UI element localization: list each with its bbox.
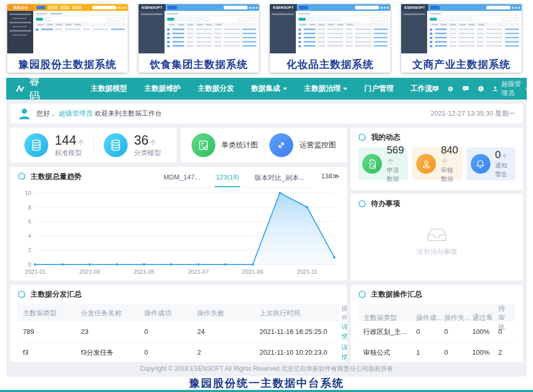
dashboard: 睿码 主数据模型 主数据维护 主数据分发 数据集成 主数据治理 门户管理 工作流 <box>6 78 527 376</box>
mini-logo: 豫园股份 <box>7 4 34 11</box>
single-stat-chart-link[interactable]: 单类统计图 <box>186 133 264 157</box>
trend-line-chart: 02468102021-012021-032021-052021-072021-… <box>18 188 339 277</box>
alert-count: 0 <box>495 149 501 160</box>
mini-logo: ESENSOFT <box>401 4 428 11</box>
gear-icon[interactable] <box>447 85 454 93</box>
nav-item-distribute[interactable]: 主数据分发 <box>198 84 234 93</box>
nav-item-maintain[interactable]: 主数据维护 <box>144 84 181 93</box>
monitor-chart-icon[interactable] <box>432 85 439 93</box>
caret-down-icon <box>283 88 287 90</box>
activity-panel-title: 我的动态 <box>371 133 400 142</box>
table-row: 审核公式1 0100% 2 <box>358 342 515 362</box>
operation-table-header: 主数据类型操作成... 操作失...通过率 待审批 <box>358 304 515 321</box>
category-model-label: 分类模型 <box>134 148 161 158</box>
table-row: f3f3分发任务 02 2021-11-10 10:20:23.0 详情 <box>18 342 339 362</box>
mini-header-icons <box>249 4 257 11</box>
nav-item-workflow[interactable]: 工作流 <box>411 84 432 93</box>
standard-model-label: 标准模型 <box>54 148 84 158</box>
mini-logo: ESENSOFT <box>270 4 297 11</box>
my-activity-panel: 我的动态 569个 申请数据 <box>351 128 523 190</box>
database-icon <box>104 133 128 157</box>
operation-summary-panel: 主数据操作汇总 主数据类型操作成... 操作失...通过率 待审批 行政区划_主… <box>351 285 523 362</box>
checklist-icon <box>192 133 215 157</box>
svg-text:2021-01: 2021-01 <box>25 269 46 275</box>
todo-empty-text: 没有待办事项 <box>417 247 457 257</box>
thumbnail-yuyuan-system: 豫园股份 豫园股份主数据系统 <box>7 4 128 73</box>
tab-123-active[interactable]: 123(19) <box>215 172 240 187</box>
apply-doc-icon <box>362 154 382 174</box>
svg-text:10: 10 <box>25 190 31 196</box>
greeting-prefix: 您好， <box>36 109 57 118</box>
tab-version-compare[interactable]: 版本对比_副本... <box>254 172 306 187</box>
thumbnail-caption: 文商产业主数据系统 <box>401 58 522 72</box>
operation-monitor-link[interactable]: 运营监控图 <box>264 133 342 157</box>
hexagon-panel-icon <box>18 290 26 299</box>
chevron-down-icon <box>525 86 527 90</box>
mini-search-box <box>224 6 248 9</box>
mini-search-box <box>92 6 116 9</box>
app-logo-text: 睿码 <box>29 78 45 103</box>
hexagon-panel-icon <box>18 172 26 181</box>
trend-panel: 主数据总量趋势 MDM_147... 123(19) 版本对比_副本... 13… <box>10 167 347 281</box>
review-count: 840 <box>441 144 458 156</box>
table-row: 行政区划_主数...0 0100% 0 <box>358 321 515 342</box>
greeting-username[interactable]: 超级管理员 <box>59 109 92 118</box>
user-menu[interactable]: 超级管理员 <box>493 79 527 98</box>
mini-header: ESENSOFT <box>401 4 522 11</box>
message-icon[interactable] <box>462 85 469 93</box>
thumbnail-caption: 饮食集团主数据系统 <box>139 58 259 72</box>
system-thumbnails-strip: 豫园股份 豫园股份主数据系统 ESENSOFT <box>0 0 533 78</box>
mini-header-icons <box>512 4 520 11</box>
nav-menu: 主数据模型 主数据维护 主数据分发 数据集成 主数据治理 门户管理 工作流 <box>91 84 432 93</box>
stamp-icon <box>416 154 436 174</box>
svg-text:8: 8 <box>28 204 31 211</box>
apply-data-stat[interactable]: 569个 申请数据 <box>358 147 408 180</box>
category-model-count: 36 <box>134 133 148 147</box>
svg-text:2021-11: 2021-11 <box>297 269 318 275</box>
review-data-stat[interactable]: 840个 审核数据 <box>412 147 462 180</box>
molecule-logo-icon <box>16 83 25 94</box>
mini-header: ESENSOFT <box>270 4 390 11</box>
svg-text:2: 2 <box>28 247 31 253</box>
distribution-panel-title: 主数据分发汇总 <box>31 290 81 299</box>
trend-panel-title: 主数据总量趋势 <box>31 172 81 181</box>
mini-content <box>165 11 259 53</box>
hexagon-panel-icon <box>358 290 367 299</box>
mini-sidebar <box>7 11 33 53</box>
nav-item-model[interactable]: 主数据模型 <box>91 84 127 93</box>
thumbnail-cosmetics-system: ESENSOFT 化妆品主数据系统 <box>270 4 390 73</box>
trend-more-link[interactable]: 138≫ <box>321 172 339 180</box>
detail-link[interactable]: 详情 <box>341 343 347 362</box>
operation-panel-title: 主数据操作汇总 <box>371 290 422 299</box>
tab-mdm-147[interactable]: MDM_147... <box>162 172 201 187</box>
svg-text:2021-05: 2021-05 <box>133 269 154 275</box>
mini-header: ESENSOFT <box>139 4 259 11</box>
svg-text:4: 4 <box>28 233 31 239</box>
bell-icon <box>471 154 490 174</box>
mini-nav <box>297 4 355 11</box>
nav-item-integration[interactable]: 数据集成 <box>251 84 287 93</box>
expand-arrows-icon <box>269 133 293 157</box>
distribution-summary-panel: 主数据分发汇总 主数据类型分发任务名称 操作成功操作失败 上次执行时间操作 78… <box>10 285 347 362</box>
info-icon[interactable] <box>478 85 484 93</box>
user-icon <box>493 85 498 93</box>
alert-stat[interactable]: 0个 通知警告 <box>467 147 515 180</box>
mini-content <box>296 11 390 53</box>
mini-logo: ESENSOFT <box>139 4 166 11</box>
chart-links-card: 单类统计图 运营监控图 <box>181 128 347 163</box>
detail-link[interactable]: 详情 <box>341 323 347 341</box>
apply-count: 569 <box>387 144 404 156</box>
nav-item-portal[interactable]: 门户管理 <box>364 84 393 93</box>
svg-text:2021-09: 2021-09 <box>242 269 263 275</box>
todo-panel: 待办事项 没有待办事项 <box>351 194 523 281</box>
standard-model-count: 144 <box>54 133 76 147</box>
page-caption: 豫园股份统一主数据中台系统 <box>0 376 533 390</box>
mini-search-box <box>355 6 379 9</box>
user-name: 超级管理员 <box>501 79 523 98</box>
empty-inbox-icon <box>427 228 447 242</box>
hexagon-panel-icon <box>358 200 367 208</box>
thumbnail-culture-commerce-system: ESENSOFT 文商产业主数据系统 <box>401 4 522 73</box>
trend-tabs: MDM_147... 123(19) 版本对比_副本... <box>162 172 310 187</box>
nav-item-governance[interactable]: 主数据治理 <box>304 84 347 93</box>
greeting-suffix: 欢迎来到主数据工作台 <box>94 109 162 118</box>
